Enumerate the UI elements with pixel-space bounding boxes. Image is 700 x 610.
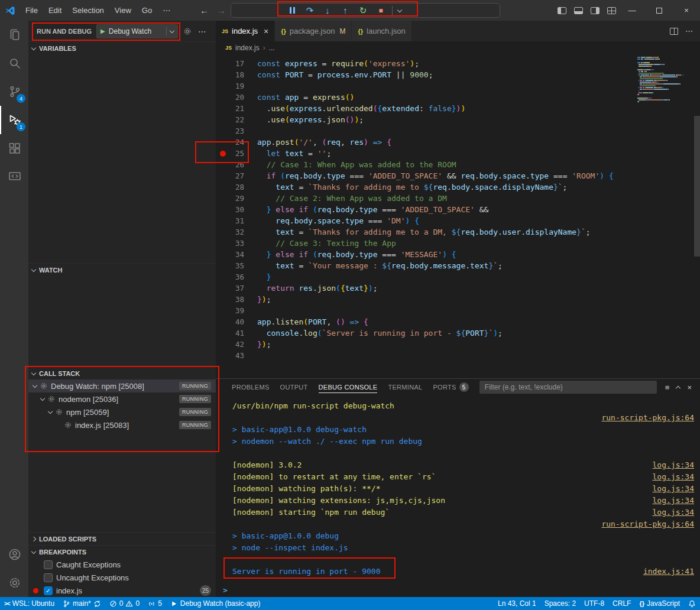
status-eol[interactable]: CRLF — [608, 597, 635, 610]
code-line[interactable]: 30 } else if (req.body.type === 'ADDED_T… — [216, 204, 700, 215]
status-indentation[interactable]: Spaces: 2 — [540, 597, 580, 610]
breakpoint-item[interactable]: ✓index.js25 — [28, 584, 216, 597]
close-icon[interactable]: × — [264, 27, 268, 36]
tab-launch-json[interactable]: {}launch.json — [352, 21, 411, 41]
checkbox[interactable]: ✓ — [44, 586, 53, 595]
code-line[interactable]: 42}); — [216, 339, 700, 350]
code-line[interactable]: 27 if (req.body.type === 'ADDED_TO_SPACE… — [216, 170, 700, 181]
activity-accounts[interactable] — [0, 540, 28, 569]
code-line[interactable]: 21 .use(express.urlencoded({extended: fa… — [216, 103, 700, 114]
code-line[interactable]: 34 } else if (req.body.type === 'MESSAGE… — [216, 249, 700, 260]
section-header-variables[interactable]: VARIABLES — [28, 41, 216, 54]
menu-file[interactable]: File — [20, 0, 43, 21]
status-forwarded-ports[interactable]: 5 — [144, 597, 166, 610]
code-line[interactable]: 38}); — [216, 294, 700, 305]
code-line[interactable]: 33 // Case 3: Texting the App — [216, 238, 700, 249]
menu-selection[interactable]: Selection — [67, 0, 109, 21]
pause-button[interactable] — [284, 3, 300, 18]
customize-layout-icon[interactable] — [607, 7, 616, 14]
menu-go[interactable]: Go — [137, 0, 157, 21]
activity-remote-explorer[interactable] — [0, 163, 28, 191]
breadcrumb[interactable]: JS index.js › ... — [216, 41, 700, 54]
callstack-item[interactable]: index.js [25083]RUNNING — [28, 418, 216, 431]
step-out-button[interactable]: ↑ — [337, 3, 354, 18]
code-line[interactable]: 35 text = `Your message : ${req.body.mes… — [216, 260, 700, 271]
code-line[interactable]: 17const express = require('express'); — [216, 58, 700, 69]
status-remote-indicator[interactable]: ><WSL: Ubuntu — [0, 597, 59, 610]
breadcrumb-file[interactable]: index.js — [235, 44, 260, 52]
code-line[interactable]: 23 — [216, 125, 700, 137]
panel-tab-problems[interactable]: PROBLEMS — [226, 379, 275, 395]
callstack-item[interactable]: nodemon [25036]RUNNING — [28, 392, 216, 405]
status-cursor-position[interactable]: Ln 43, Col 1 — [494, 597, 540, 610]
breakpoint-icon[interactable] — [220, 151, 226, 157]
navigate-back-icon[interactable]: ← — [200, 5, 209, 15]
status-git-branch[interactable]: main* — [59, 597, 105, 610]
checkbox[interactable] — [44, 560, 53, 569]
source-link[interactable]: log.js:34 — [653, 495, 694, 507]
code-line[interactable]: 26 // Case 1: When App was added to the … — [216, 159, 700, 170]
code-line[interactable]: 40app.listen(PORT, () => { — [216, 316, 700, 327]
status-problems[interactable]: 00 — [105, 597, 144, 610]
section-header-breakpoints[interactable]: BREAKPOINTS — [28, 545, 216, 558]
console-input[interactable]: > — [216, 583, 700, 597]
activity-run-and-debug[interactable]: 1 — [0, 106, 28, 134]
source-link[interactable]: log.js:34 — [653, 507, 694, 518]
code-line[interactable]: 22 .use(express.json()); — [216, 114, 700, 125]
source-link[interactable]: log.js:34 — [653, 471, 694, 483]
menu-more[interactable]: ⋯ — [157, 0, 176, 21]
split-editor-icon[interactable] — [670, 28, 678, 35]
more-actions-icon[interactable]: ⋯ — [198, 27, 206, 36]
code-line[interactable]: 41 console.log(`Server is running in por… — [216, 327, 700, 339]
menu-view[interactable]: View — [109, 0, 137, 21]
source-link[interactable]: run-script-pkg.js:64 — [601, 412, 694, 424]
breadcrumb-more[interactable]: ... — [269, 44, 275, 52]
code-line[interactable]: 24app.post('/', (req, res) => { — [216, 137, 700, 148]
toggle-panel-icon[interactable] — [574, 7, 583, 14]
maximize-button[interactable] — [646, 0, 673, 21]
status-debug-session[interactable]: Debug Watch (basic-app) — [166, 597, 265, 610]
code-line[interactable]: 19 — [216, 80, 700, 92]
activity-extensions[interactable] — [0, 134, 28, 163]
activity-source-control[interactable]: 4 — [0, 77, 28, 106]
toggle-secondary-sidebar-icon[interactable] — [591, 7, 599, 14]
start-debugging-icon[interactable]: ▶ — [101, 28, 105, 34]
code-line[interactable]: 32 text = `Thanks for adding me to a DM,… — [216, 226, 700, 238]
panel-tab-ports[interactable]: PORTS5 — [427, 379, 474, 395]
code-line[interactable]: 28 text = `Thanks for adding me to ${req… — [216, 181, 700, 193]
status-encoding[interactable]: UTF-8 — [580, 597, 608, 610]
restart-button[interactable]: ↻ — [355, 3, 371, 18]
vertical-scrollbar[interactable] — [694, 116, 700, 257]
close-panel-icon[interactable]: × — [687, 383, 692, 392]
menu-edit[interactable]: Edit — [43, 0, 67, 21]
callstack-item[interactable]: Debug Watch: npm [25008]RUNNING — [28, 379, 216, 392]
breakpoint-item[interactable]: Uncaught Exceptions — [28, 571, 216, 584]
code-line[interactable]: 37 return res.json({text}); — [216, 283, 700, 294]
step-over-button[interactable]: ↷ — [302, 3, 318, 18]
code-line[interactable]: 29 // Case 2: When App was added to a DM — [216, 193, 700, 204]
code-line[interactable]: 31 req.body.space.type === 'DM') { — [216, 215, 700, 226]
code-line[interactable]: 36 } — [216, 271, 700, 283]
close-button[interactable]: × — [673, 0, 700, 21]
source-link[interactable]: log.js:34 — [653, 459, 694, 471]
more-actions-icon[interactable]: ⋯ — [685, 27, 693, 35]
maximize-panel-icon[interactable] — [676, 385, 680, 390]
panel-tab-output[interactable]: OUTPUT — [275, 379, 313, 395]
status-language-mode[interactable]: {}JavaScript — [635, 597, 684, 610]
source-link[interactable]: index.js:41 — [643, 566, 694, 577]
step-into-button[interactable]: ↓ — [319, 3, 336, 18]
minimap[interactable] — [637, 57, 692, 105]
status-notifications[interactable] — [684, 597, 700, 610]
panel-tab-terminal[interactable]: TERMINAL — [383, 379, 427, 395]
source-link[interactable]: log.js:34 — [653, 483, 694, 495]
activity-search[interactable] — [0, 49, 28, 77]
console-settings-icon[interactable]: ≡ — [665, 383, 670, 392]
breakpoint-item[interactable]: Caught Exceptions — [28, 558, 216, 571]
console-filter-input[interactable] — [479, 381, 657, 394]
tab-package-json[interactable]: {}package.jsonM — [275, 21, 352, 41]
code-line[interactable]: 25 let text = ''; — [216, 148, 700, 159]
navigate-forward-icon[interactable]: → — [217, 5, 226, 15]
panel-tab-debug-console[interactable]: DEBUG CONSOLE — [313, 379, 383, 395]
section-header-watch[interactable]: WATCH — [28, 263, 216, 276]
code-line[interactable]: 20const app = express() — [216, 92, 700, 103]
